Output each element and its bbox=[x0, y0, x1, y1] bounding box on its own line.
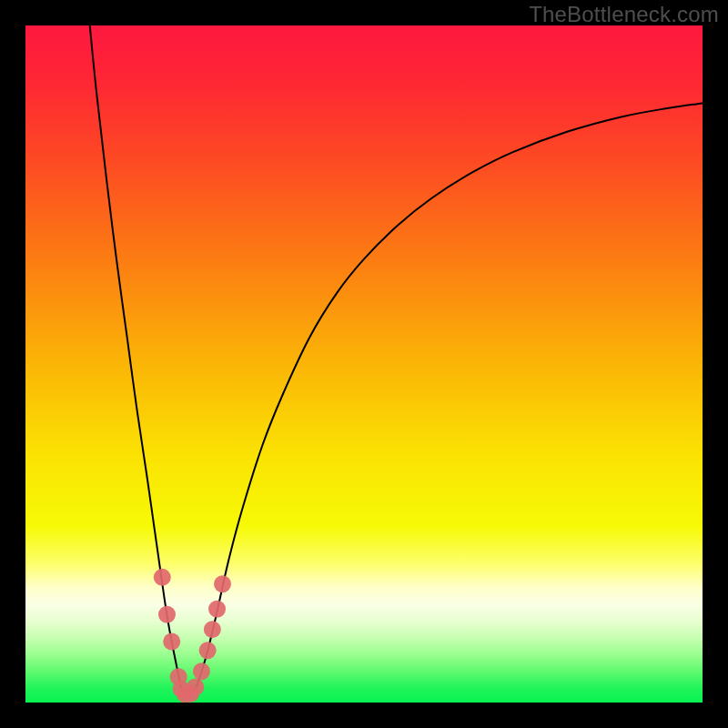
marker-point bbox=[208, 601, 226, 618]
marker-point bbox=[199, 642, 217, 659]
gradient-background bbox=[25, 25, 703, 703]
watermark-text: TheBottleneck.com bbox=[529, 2, 719, 27]
marker-point bbox=[154, 569, 171, 586]
bottleneck-plot bbox=[25, 25, 703, 703]
marker-point bbox=[187, 678, 204, 695]
marker-point bbox=[158, 606, 176, 623]
marker-point bbox=[214, 575, 231, 592]
marker-point bbox=[163, 633, 180, 651]
marker-point bbox=[204, 621, 221, 638]
marker-point bbox=[193, 662, 210, 680]
chart-frame: TheBottleneck.com bbox=[0, 0, 728, 728]
